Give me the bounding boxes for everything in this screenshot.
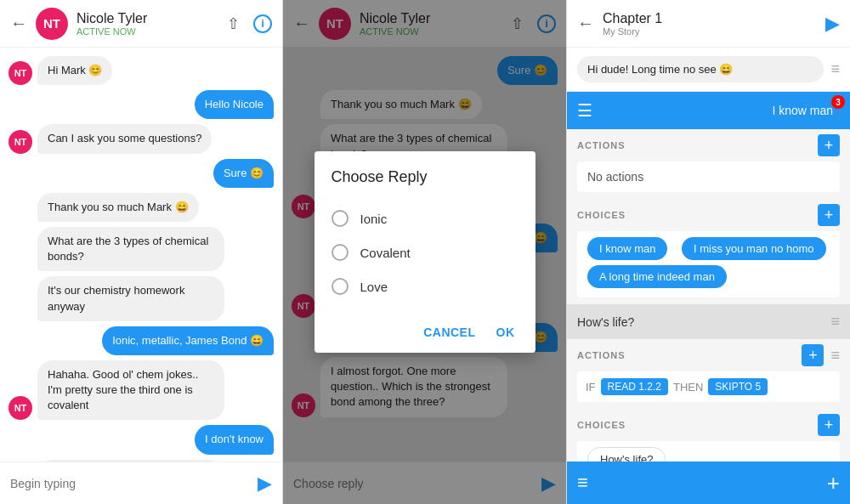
then-label: THEN [673,381,703,394]
message-bubble: Hahaha. Good ol' chem jokes.. I'm pretty… [37,360,224,421]
dialog-option-covalent-label: Covalent [360,246,411,260]
panel3-header: ← Chapter 1 My Story ▶ [567,0,850,48]
actions-section-header: ACTIONS + [567,129,850,161]
panel1-input-row: ▶ [0,462,282,504]
panel1-avatar: NT [36,8,68,40]
if-label: IF [586,381,596,394]
message-bubble: Sure 😊 [213,159,274,188]
no-actions-text: No actions [587,170,643,184]
message-bubble: Ionic, metallic, James Bond 😄 [102,326,274,355]
dialog-option-ionic-label: Ionic [360,212,388,226]
no-actions-box: No actions [577,161,840,192]
panel1-header-info: Nicole Tyler ACTIVE NOW [76,11,227,37]
avatar: NT [8,130,32,154]
choice-know-man[interactable]: I know man [587,237,667,260]
if-chip[interactable]: READ 1.2.2 [601,378,668,395]
panel1-status: ACTIVE NOW [76,26,227,37]
story-blue-bar: ☰ I know man 3 [567,92,850,129]
panel1-info-icon[interactable]: i [253,14,272,33]
dialog-ok-button[interactable]: OK [493,320,518,344]
message-bubble: It's our chemistry homework anyway [37,276,224,320]
msg-row: NT Can I ask you some questions? [8,124,274,153]
dialog-overlay[interactable]: Choose Reply Ionic Covalent Love CANCEL … [283,0,566,504]
message-bubble: What are the 3 types of chemical bonds? [37,227,224,271]
story-doc-icon[interactable]: ≡ [577,472,588,494]
choices2-area: How's life? [577,441,840,462]
panel3-play-icon[interactable]: ▶ [825,13,840,35]
blue-bar-text: I know man [592,104,840,117]
msg-row: Ionic, metallic, James Bond 😄 [8,326,274,355]
choice-miss-you[interactable]: I miss you man no homo [682,237,826,260]
panel3-chapter-title: Chapter 1 [603,11,825,26]
panel1-chat: ← NT Nicole Tyler ACTIVE NOW ⇧ i NT Hi M… [0,0,283,504]
choices-area: I know man I miss you man no homo A long… [577,231,840,297]
actions2-add-button[interactable]: + [802,344,824,366]
msg-row: I don't know [8,425,274,454]
actions2-label: ACTIONS [577,350,802,360]
panel1-back-icon[interactable]: ← [10,14,27,33]
msg-row: NT Hahaha. Good ol' chem jokes.. I'm pre… [8,360,274,421]
choices-section-header: CHOICES + [567,199,850,231]
panel3-story-subtitle: My Story [603,26,825,37]
avatar: NT [8,396,32,420]
dialog-option-ionic[interactable]: Ionic [332,201,518,235]
msg-row: It's our chemistry homework anyway [8,276,274,320]
panel1-header: ← NT Nicole Tyler ACTIVE NOW ⇧ i [0,0,282,48]
actions-add-button[interactable]: + [818,134,840,156]
story-section: ACTIONS + No actions CHOICES + I know ma… [567,129,850,462]
hows-life-text: How's life? [577,315,830,329]
message-bubble: Thank you so much Mark 😄 [37,193,199,222]
radio-covalent[interactable] [332,244,348,261]
actions2-section-header: ACTIONS + ≡ [567,339,850,371]
dialog-option-love-label: Love [360,280,388,294]
panel3-story-editor: ← Chapter 1 My Story ▶ Hi dude! Long tim… [567,0,850,504]
choice-hows-life[interactable]: How's life? [587,447,666,462]
hows-life-menu-icon[interactable]: ≡ [830,313,840,331]
panel3-back-icon[interactable]: ← [577,14,594,33]
choice-long-time[interactable]: A long time indeed man [587,265,727,288]
greeting-bubble: Hi dude! Long time no see 😄 [577,56,824,82]
avatar: NT [8,61,32,85]
panel2-chat: ← NT Nicole Tyler ACTIVE NOW ⇧ i Sure 😊 … [283,0,567,504]
dialog-actions: CANCEL OK [332,310,518,344]
message-bubble: Hello Nicole [195,90,274,119]
choices-add-button[interactable]: + [818,204,840,226]
choices2-label: CHOICES [577,420,818,430]
msg-row: Thank you so much Mark 😄 [8,193,274,222]
msg-row: What are the 3 types of chemical bonds? [8,227,274,271]
story-add-icon[interactable]: + [827,470,840,496]
notification-badge: 3 [831,95,845,109]
dialog-option-love[interactable]: Love [332,269,518,303]
radio-ionic[interactable] [332,210,348,227]
story-bottom-bar: ≡ + [567,462,850,504]
panel1-chat-input[interactable] [10,477,258,490]
msg-row: Hello Nicole [8,90,274,119]
actions2-menu-icon[interactable]: ≡ [830,347,840,365]
message-bubble: Hi Mark 😊 [37,56,112,85]
choose-reply-dialog: Choose Reply Ionic Covalent Love CANCEL … [314,151,536,353]
choices2-add-button[interactable]: + [818,414,840,436]
msg-row: NT Hi Mark 😊 [8,56,274,85]
choices2-section-header: CHOICES + [567,409,850,441]
dialog-cancel-button[interactable]: CANCEL [420,320,479,344]
message-bubble: I don't know [195,425,274,454]
if-then-row: IF READ 1.2.2 THEN SKIPTO 5 [577,371,840,402]
message-bubble: Can I ask you some questions? [37,124,212,153]
panel1-messages: NT Hi Mark 😊 Hello Nicole NT Can I ask y… [0,48,282,462]
panel1-send-icon[interactable]: ▶ [258,473,272,495]
hamburger-icon[interactable]: ☰ [577,100,592,121]
panel1-header-icons: ⇧ i [227,14,272,33]
msg-row: Sure 😊 [8,159,274,188]
then-chip[interactable]: SKIPTO 5 [708,378,768,395]
panel3-header-info: Chapter 1 My Story [603,11,825,37]
dialog-title: Choose Reply [332,168,518,186]
panel1-share-icon[interactable]: ⇧ [227,14,240,33]
actions-label: ACTIONS [577,140,818,150]
radio-love[interactable] [332,278,348,295]
dialog-option-covalent[interactable]: Covalent [332,235,518,269]
panel1-contact-name: Nicole Tyler [76,11,227,26]
hows-life-row: How's life? ≡ [567,304,850,339]
greeting-row: Hi dude! Long time no see 😄 ≡ [567,48,850,92]
choices-label: CHOICES [577,210,818,220]
greeting-menu-icon[interactable]: ≡ [830,60,840,78]
